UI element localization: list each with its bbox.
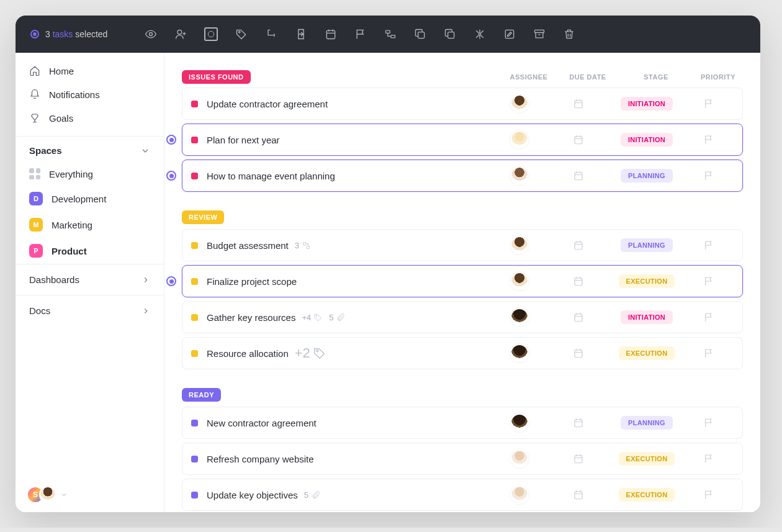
cell-stage[interactable]: EXECUTION: [609, 488, 684, 502]
cell-stage[interactable]: INITIATION: [609, 133, 684, 147]
cell-assignee[interactable]: [492, 344, 547, 363]
group-label[interactable]: REVIEW: [182, 210, 224, 224]
status-dot[interactable]: [191, 314, 198, 321]
cell-priority[interactable]: [684, 240, 734, 251]
cell-due-date[interactable]: [547, 276, 609, 287]
cell-assignee[interactable]: [492, 308, 547, 327]
user-avatar[interactable]: [39, 486, 56, 503]
cell-due-date[interactable]: [547, 417, 609, 428]
status-dot[interactable]: [191, 350, 198, 357]
cell-stage[interactable]: EXECUTION: [609, 452, 684, 466]
cell-priority[interactable]: [684, 417, 734, 428]
status-dot[interactable]: [191, 420, 198, 426]
sidebar-item-docs[interactable]: Docs: [16, 295, 164, 326]
group-label[interactable]: READY: [182, 388, 221, 402]
task-row[interactable]: Update key objectives5 EXECUTION: [182, 479, 743, 511]
task-row[interactable]: Gather key resources+4 5 INITIATION: [182, 301, 743, 333]
cell-due-date[interactable]: [547, 453, 609, 464]
sidebar-item-home[interactable]: Home: [16, 59, 164, 83]
task-row[interactable]: New contractor agreement PLANNING: [182, 407, 743, 439]
merge-icon[interactable]: [474, 28, 486, 40]
cell-assignee[interactable]: [492, 166, 547, 185]
cell-priority[interactable]: [684, 170, 734, 181]
stage-pill: PLANNING: [621, 238, 673, 252]
status-dot[interactable]: [191, 137, 198, 143]
cell-priority[interactable]: [684, 312, 734, 323]
dependencies-icon[interactable]: [384, 28, 397, 40]
cell-priority[interactable]: [684, 489, 734, 500]
cell-priority[interactable]: [684, 348, 734, 359]
cell-assignee[interactable]: [492, 485, 547, 504]
subtask-count: 3: [295, 241, 311, 250]
cell-due-date[interactable]: [547, 170, 609, 181]
spaces-header[interactable]: Spaces: [16, 137, 164, 162]
cell-due-date[interactable]: [547, 98, 609, 109]
status-dot[interactable]: [191, 456, 198, 462]
cell-stage[interactable]: PLANNING: [609, 169, 684, 183]
assign-icon[interactable]: [174, 28, 187, 40]
due-date-icon[interactable]: [325, 28, 337, 40]
cell-assignee[interactable]: [492, 236, 547, 255]
status-icon[interactable]: [204, 27, 218, 41]
sidebar-item-notifications[interactable]: Notifications: [16, 83, 164, 106]
row-selected-indicator[interactable]: [166, 135, 176, 145]
cell-assignee[interactable]: [492, 272, 547, 291]
cell-due-date[interactable]: [547, 348, 609, 359]
cell-priority[interactable]: [684, 453, 734, 464]
sidebar-item-dashboards[interactable]: Dashboards: [16, 264, 164, 295]
copy-icon[interactable]: [444, 28, 456, 40]
edit-icon[interactable]: [503, 28, 516, 40]
svg-rect-12: [575, 101, 582, 108]
app-window: 3 tasks selected: [16, 16, 760, 512]
sidebar-space-product[interactable]: P Product: [16, 238, 164, 264]
cell-priority[interactable]: [684, 134, 734, 145]
cell-due-date[interactable]: [547, 240, 609, 251]
task-row[interactable]: Resource allocation+2 EXECUTION: [182, 337, 743, 369]
cell-due-date[interactable]: [547, 134, 609, 145]
status-dot[interactable]: [191, 278, 198, 285]
priority-flag-icon[interactable]: [354, 28, 367, 40]
cell-stage[interactable]: PLANNING: [609, 238, 684, 252]
svg-rect-10: [506, 30, 514, 38]
col-header-due: DUE DATE: [557, 73, 619, 81]
move-icon[interactable]: [295, 28, 307, 40]
cell-assignee[interactable]: [492, 94, 547, 113]
cell-stage[interactable]: EXECUTION: [609, 274, 684, 288]
status-dot[interactable]: [191, 101, 198, 107]
status-dot[interactable]: [191, 173, 198, 179]
caret-down-icon[interactable]: [60, 491, 68, 498]
duplicate-icon[interactable]: [414, 28, 426, 40]
row-selected-indicator[interactable]: [166, 171, 176, 181]
watch-icon[interactable]: [145, 28, 157, 40]
cell-stage[interactable]: EXECUTION: [609, 346, 684, 360]
sidebar-item-everything[interactable]: Everything: [16, 162, 164, 186]
delete-icon[interactable]: [563, 28, 575, 40]
task-row[interactable]: Finalize project scope EXECUTION: [182, 265, 743, 297]
status-dot[interactable]: [191, 492, 198, 498]
row-selected-indicator[interactable]: [166, 276, 176, 286]
task-row[interactable]: Update contractor agreement INITIATION: [182, 88, 743, 120]
cell-assignee[interactable]: [492, 413, 547, 432]
sidebar-item-goals[interactable]: Goals: [16, 106, 164, 130]
cell-assignee[interactable]: [492, 449, 547, 468]
tag-icon[interactable]: [235, 28, 248, 40]
cell-priority[interactable]: [684, 98, 734, 109]
cell-stage[interactable]: PLANNING: [609, 416, 684, 430]
sidebar-space-development[interactable]: D Development: [16, 186, 164, 212]
cell-priority[interactable]: [684, 276, 734, 287]
sidebar-space-marketing[interactable]: M Marketing: [16, 212, 164, 238]
cell-due-date[interactable]: [547, 489, 609, 500]
task-row[interactable]: Budget assessment3 PLANNING: [182, 229, 743, 261]
task-row[interactable]: Plan for next year INITIATION: [182, 124, 743, 156]
cell-stage[interactable]: INITIATION: [609, 97, 684, 110]
archive-icon[interactable]: [533, 28, 546, 40]
cell-assignee[interactable]: [492, 130, 547, 149]
cell-due-date[interactable]: [547, 312, 609, 323]
task-row[interactable]: Refresh company website EXECUTION: [182, 443, 743, 475]
svg-point-2: [209, 31, 214, 37]
task-row[interactable]: How to manage event planning PLANNING: [182, 160, 743, 192]
move-subtask-icon[interactable]: [265, 28, 277, 40]
cell-stage[interactable]: INITIATION: [609, 310, 684, 324]
status-dot[interactable]: [191, 242, 198, 249]
group-label[interactable]: ISSUES FOUND: [182, 70, 251, 84]
